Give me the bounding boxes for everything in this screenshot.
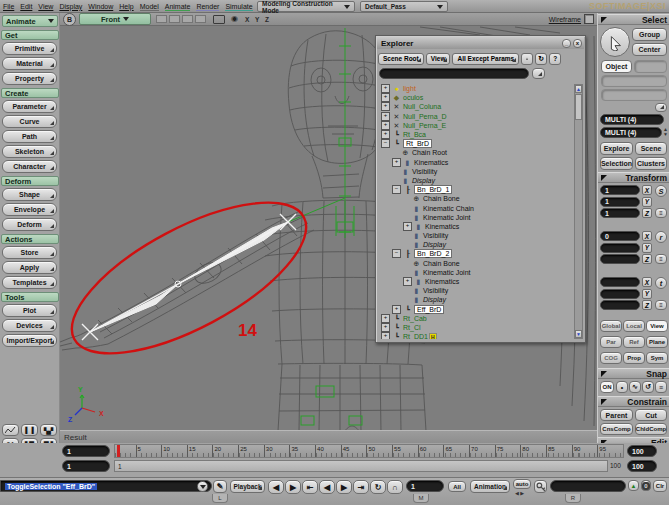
refresh-icon[interactable]: ↻ [535, 53, 547, 65]
tree-item[interactable]: +▮Kinematics [379, 277, 573, 286]
scale-mode-button[interactable]: S [655, 185, 667, 197]
tree-item[interactable]: ⊕Chain Bone [379, 194, 573, 203]
selection-options-button[interactable] [655, 103, 667, 112]
translate-options-icon[interactable]: ≡ [655, 300, 667, 310]
cnscomp-button[interactable]: CnsComp [600, 423, 633, 435]
explorer-titlebar[interactable]: Explorer _ x [377, 37, 584, 49]
cog-button[interactable]: COG [600, 352, 622, 364]
select-tool-button[interactable] [600, 27, 630, 57]
view-dropdown[interactable]: View [426, 53, 451, 65]
animation-menu-button[interactable]: Animation [470, 480, 510, 493]
camera-dropdown[interactable]: Front [79, 13, 151, 25]
message-up-icon[interactable]: ▲ [628, 480, 639, 491]
tree-item[interactable]: ▮Display [379, 176, 573, 185]
step-forward-button[interactable]: ▶ [285, 480, 301, 494]
viewport-letter-badge[interactable]: B [63, 13, 76, 26]
mode-local-button[interactable]: Local [623, 320, 645, 332]
sym-button[interactable]: Sym [646, 352, 668, 364]
tree-item[interactable]: +◆oculos [379, 93, 573, 102]
module-menu[interactable]: Animate [2, 15, 58, 27]
button-store[interactable]: Store [2, 246, 57, 259]
explorer-scrollbar[interactable]: ▲ ▼ [574, 84, 583, 339]
script-editor-icon[interactable]: ✎ [213, 480, 227, 493]
tree-item[interactable]: +▮Kinematics [379, 222, 573, 231]
prop-button[interactable]: Prop [623, 352, 645, 364]
tree-item[interactable]: +┗Rt_Bca [379, 130, 573, 139]
lock-icon[interactable] [521, 53, 533, 65]
center-button[interactable]: Center [632, 43, 667, 56]
tree-item[interactable]: ▮Display [379, 295, 573, 304]
expand-icon[interactable]: + [381, 314, 390, 323]
scroll-thumb[interactable] [575, 94, 582, 120]
rotate-options-icon[interactable]: ≡ [655, 254, 667, 264]
mouse-tab-m[interactable]: M [413, 494, 429, 503]
explorer-search-input[interactable] [379, 68, 529, 79]
scale-options-icon[interactable]: ≡ [655, 208, 667, 218]
mode-plane-button[interactable]: Plane [646, 336, 668, 348]
expand-icon[interactable]: + [392, 158, 401, 167]
scale-x-axis-button[interactable]: X [642, 185, 652, 195]
selection-button[interactable]: Selection [600, 157, 633, 170]
current-frame-field[interactable]: 1 [406, 480, 444, 492]
display-mode-menu[interactable]: Wireframe [549, 16, 581, 23]
button-devices[interactable]: Devices [2, 319, 57, 332]
tree-item[interactable]: −┠Bn_BrD_2 [379, 249, 573, 258]
layout-four-pane-button[interactable]: ▚▞ [40, 424, 57, 436]
expand-icon[interactable]: + [381, 130, 390, 139]
button-curve[interactable]: Curve [2, 115, 57, 128]
autokey-arrows-icon[interactable]: ◀ ▶ [515, 490, 524, 496]
button-character[interactable]: Character [2, 160, 57, 173]
snap-on-button[interactable]: ON [600, 381, 614, 393]
translate-y-field[interactable] [600, 289, 640, 299]
translate-z-field[interactable] [600, 300, 640, 310]
button-import-export[interactable]: Import/Export [2, 334, 57, 347]
scale-y-field[interactable]: 1 [600, 197, 640, 207]
collapse-icon[interactable]: − [392, 185, 401, 194]
clusters-button[interactable]: Clusters [635, 157, 667, 170]
object-snap-icon[interactable]: ↺ [642, 381, 654, 393]
scale-y-axis-button[interactable]: Y [642, 197, 652, 207]
explore-button[interactable]: Explore [600, 142, 633, 155]
help-icon[interactable]: ? [549, 53, 561, 65]
menu-window[interactable]: Window [88, 3, 113, 10]
mouse-tab-r[interactable]: R [565, 494, 581, 503]
rotate-mode-button[interactable]: r [655, 231, 667, 243]
pass-dropdown[interactable]: Default_Pass [360, 1, 448, 12]
tree-item[interactable]: +●light [379, 84, 573, 93]
explorer-panel[interactable]: Explorer _ x Scene Root View All Except … [375, 35, 586, 343]
tree-item[interactable]: +┗Eff_BrD [379, 305, 573, 314]
clear-button[interactable]: Clr [653, 480, 667, 492]
scale-z-axis-button[interactable]: Z [642, 208, 652, 218]
expand-icon[interactable]: + [381, 323, 390, 332]
autokey-button[interactable]: auto [513, 479, 531, 489]
tree-item[interactable]: ⊕Chain Bone [379, 259, 573, 268]
tree-item[interactable]: ▮Visibility [379, 167, 573, 176]
range-start-field[interactable]: 1 [62, 460, 110, 472]
expand-icon[interactable]: + [381, 121, 390, 130]
rotate-x-axis-button[interactable]: X [642, 231, 652, 241]
command-status-field[interactable]: ToggleSelection "Eff_BrD" [0, 480, 212, 492]
mode-global-button[interactable]: Global [600, 320, 622, 332]
selection-slot-1[interactable] [601, 75, 667, 87]
button-path[interactable]: Path [2, 130, 57, 143]
timeline-ruler[interactable]: 5101520253035404550556065707580859095 [114, 444, 624, 458]
scroll-up-icon[interactable]: ▲ [575, 85, 582, 93]
tree-item[interactable]: +┗Rt_Cl [379, 323, 573, 332]
scale-z-field[interactable]: 1 [600, 208, 640, 218]
collapse-icon[interactable]: − [381, 139, 390, 148]
parent-button[interactable]: Parent [600, 409, 633, 421]
memo-cams[interactable] [156, 15, 206, 23]
play-forward-button[interactable]: ▶ [336, 480, 352, 494]
expand-icon[interactable]: + [381, 112, 390, 121]
go-to-start-button[interactable]: ⇤ [302, 480, 318, 494]
rotate-z-axis-button[interactable]: Z [642, 254, 652, 264]
button-shape[interactable]: Shape [2, 188, 57, 201]
scale-x-field[interactable]: 1 [600, 185, 640, 195]
expand-icon[interactable]: + [381, 84, 390, 93]
module-menu-simulate[interactable]: Simulate [225, 3, 252, 11]
scene-button[interactable]: Scene [635, 142, 667, 155]
menu-edit[interactable]: Edit [20, 3, 32, 10]
loop-button[interactable]: ↻ [370, 480, 386, 494]
mode-ref-button[interactable]: Ref [623, 336, 645, 348]
tree-item[interactable]: +✕Null_Coluna [379, 102, 573, 111]
